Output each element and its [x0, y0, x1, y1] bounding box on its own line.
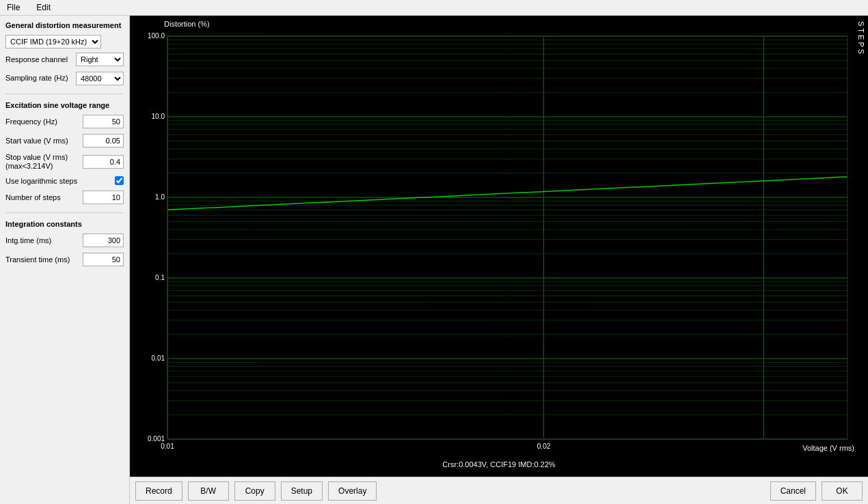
- frequency-input[interactable]: [83, 115, 124, 128]
- num-steps-label: Number of steps: [5, 193, 80, 201]
- num-steps-row: Number of steps: [5, 191, 124, 204]
- excitation-title: Excitation sine voltage range: [5, 101, 124, 109]
- log-steps-row: Use logarithmic steps: [5, 176, 124, 185]
- start-value-input[interactable]: [83, 134, 124, 148]
- divider-1: [5, 94, 124, 94]
- ok-button[interactable]: OK: [822, 481, 863, 501]
- intg-time-input[interactable]: [83, 234, 124, 247]
- record-button[interactable]: Record: [135, 481, 182, 501]
- sampling-rate-row: Sampling rate (Hz) 44100 48000 96000: [5, 72, 124, 85]
- bw-button[interactable]: B/W: [188, 481, 229, 501]
- intg-time-label: Intg.time (ms): [5, 236, 80, 244]
- menubar: File Edit: [0, 0, 868, 16]
- log-steps-label: Use logarithmic steps: [5, 177, 112, 185]
- bottom-bar-right: Cancel OK: [770, 481, 863, 501]
- main-chart: [130, 16, 868, 477]
- setup-button[interactable]: Setup: [281, 481, 323, 501]
- sampling-rate-label: Sampling rate (Hz): [5, 74, 73, 83]
- divider-2: [5, 212, 124, 213]
- general-distortion-title: General distortion measurement: [5, 21, 124, 29]
- integration-title: Integration constants: [5, 220, 124, 228]
- main-content: General distortion measurement CCIF IMD …: [0, 16, 868, 504]
- frequency-label: Frequency (Hz): [5, 117, 80, 126]
- sampling-rate-select[interactable]: 44100 48000 96000: [76, 72, 124, 85]
- transient-time-row: Transient time (ms): [5, 253, 124, 266]
- frequency-row: Frequency (Hz): [5, 115, 124, 128]
- log-steps-checkbox[interactable]: [115, 176, 124, 185]
- overlay-button[interactable]: Overlay: [328, 481, 377, 501]
- start-value-label: Start value (V rms): [5, 137, 80, 145]
- bottom-bar: Record B/W Copy Setup Overlay Cancel OK: [130, 477, 868, 504]
- menu-edit[interactable]: Edit: [32, 1, 55, 14]
- transient-time-input[interactable]: [83, 253, 124, 266]
- stop-value-input[interactable]: [83, 155, 124, 169]
- response-channel-select[interactable]: Left Right Both: [76, 53, 124, 66]
- stop-value-label: Stop value (V rms)(max<3.214V): [5, 153, 80, 171]
- chart-wrapper: Distortion (%) STEPS Voltage (V rms) Crs…: [130, 16, 868, 504]
- copy-button[interactable]: Copy: [234, 481, 275, 501]
- num-steps-input[interactable]: [83, 191, 124, 204]
- chart-and-right: Distortion (%) STEPS Voltage (V rms) Crs…: [130, 16, 868, 477]
- start-value-row: Start value (V rms): [5, 134, 124, 148]
- measurement-type-select[interactable]: CCIF IMD (19+20 kHz) THD IMD: [5, 35, 101, 48]
- stop-value-row: Stop value (V rms)(max<3.214V): [5, 153, 124, 171]
- response-channel-row: Response channel Left Right Both: [5, 53, 124, 66]
- menu-file[interactable]: File: [3, 1, 24, 14]
- intg-time-row: Intg.time (ms): [5, 234, 124, 247]
- cancel-button[interactable]: Cancel: [770, 481, 816, 501]
- transient-time-label: Transient time (ms): [5, 255, 80, 264]
- left-panel: General distortion measurement CCIF IMD …: [0, 16, 130, 504]
- response-channel-label: Response channel: [5, 55, 73, 64]
